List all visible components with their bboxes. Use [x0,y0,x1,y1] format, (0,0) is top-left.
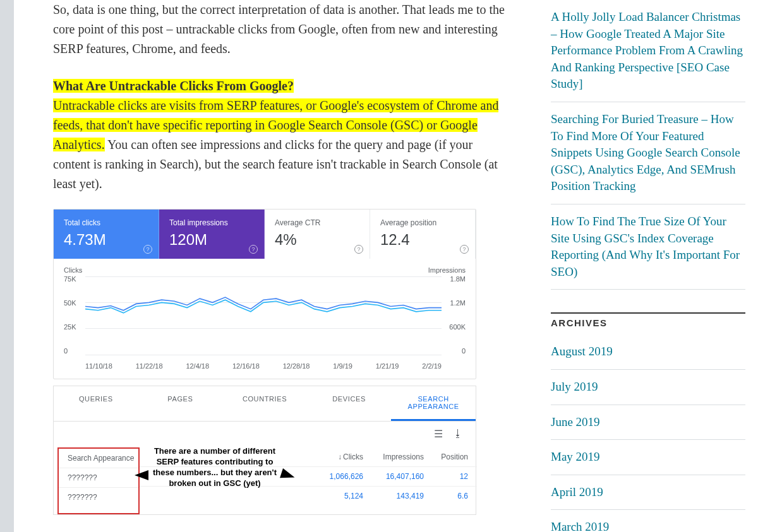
section-heading: What Are Untrackable Clicks From Google? [53,79,294,93]
annotation-callout: There are a number of different SERP fea… [148,446,281,489]
help-icon: ? [249,245,258,254]
definition-continued: You can often see impressions and clicks… [53,138,498,191]
card-avg-position: Average position 12.4 ? [370,210,476,259]
arrow-left-icon [135,470,148,480]
filter-icon[interactable]: ☰ [434,428,443,440]
sidebar-post-link[interactable]: How To Find The True Size Of Your Site U… [551,215,740,278]
archives-heading: ARCHIVES [551,312,745,328]
intro-paragraph: So, data is one thing, but the correct i… [53,0,507,59]
archive-link[interactable]: March 2019 [551,520,609,532]
archive-link[interactable]: April 2019 [551,485,603,499]
sidebar-post-link[interactable]: A Holly Jolly Load Balancer Christmas – … [551,10,743,90]
tab-queries[interactable]: QUERIES [54,386,138,421]
sort-desc-icon[interactable] [338,452,343,461]
tab-pages[interactable]: PAGES [138,386,223,421]
definition-block: What Are Untrackable Clicks From Google?… [53,76,507,194]
table-row: 5,124 143,419 6.6 [140,486,477,505]
help-icon: ? [460,245,469,254]
help-icon: ? [143,245,152,254]
archive-link[interactable]: July 2019 [551,380,598,393]
redbox-highlight: Search Appearance ??????? ??????? [57,447,140,514]
card-total-impressions: Total impressions 120M ? [159,210,265,259]
tab-search-appearance[interactable]: SEARCH APPEARANCE [391,386,476,421]
gsc-search-appearance-table: QUERIES PAGES COUNTRIES DEVICES SEARCH A… [53,386,476,515]
x-axis-labels: 11/10/1811/22/18 12/4/1812/16/18 12/28/1… [85,362,442,370]
card-total-clicks: Total clicks 4.73M ? [54,210,159,259]
card-avg-ctr: Average CTR 4% ? [265,210,370,259]
archive-link[interactable]: August 2019 [551,345,613,358]
archive-link[interactable]: June 2019 [551,415,600,429]
help-icon: ? [354,245,363,254]
chart-lines [85,276,442,355]
sidebar-post-link[interactable]: Searching For Buried Treasure – How To F… [551,112,740,192]
tab-devices[interactable]: DEVICES [307,386,392,421]
tab-countries[interactable]: COUNTRIES [222,386,307,421]
archives-list: August 2019 July 2019 June 2019 May 2019… [551,334,745,532]
gsc-performance-screenshot: Total clicks 4.73M ? Total impressions 1… [53,209,476,379]
gsc-line-chart: Clicks Impressions 75K 50K 25K 0 1.8M 1.… [54,259,476,379]
archive-link[interactable]: May 2019 [551,450,600,463]
recent-posts-list: A Holly Jolly Load Balancer Christmas – … [551,0,745,290]
download-icon[interactable]: ⭳ [453,428,463,440]
